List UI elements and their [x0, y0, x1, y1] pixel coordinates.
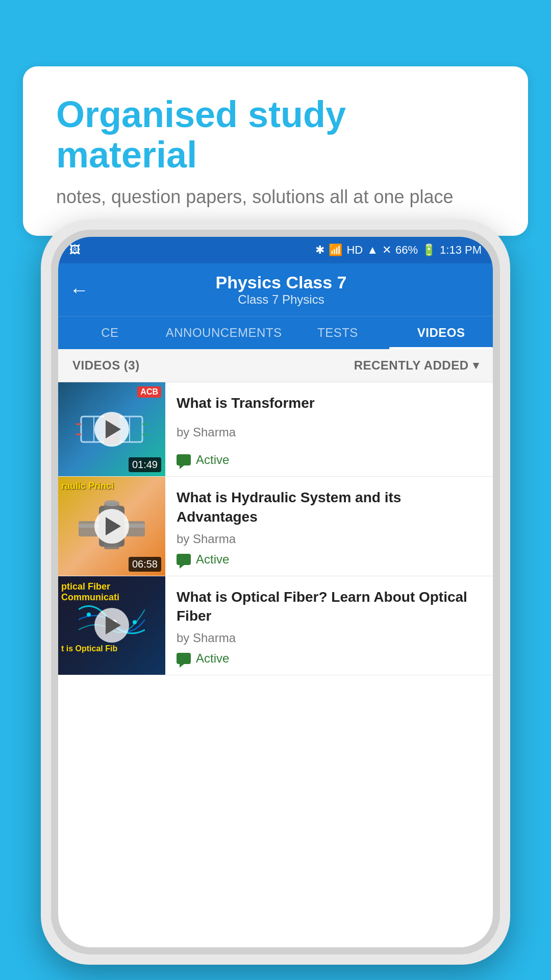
video-item-fiber[interactable]: ptical Fiber Communicati	[58, 576, 493, 676]
play-icon	[106, 517, 121, 535]
tab-ce[interactable]: CE	[58, 316, 162, 349]
video-status: Active	[177, 552, 482, 567]
bluetooth-icon: ✱	[315, 243, 324, 257]
video-list: ACB 01:49 What is Transformer by Sharma …	[58, 382, 493, 675]
network-icon: ✕	[382, 243, 391, 257]
video-title: What is Transformer	[177, 394, 482, 413]
bubble-title: Organised study material	[56, 94, 495, 175]
video-thumbnail-transformer: ACB 01:49	[58, 382, 165, 476]
speech-bubble: Organised study material notes, question…	[23, 66, 528, 236]
back-button[interactable]: ←	[69, 280, 89, 300]
bubble-subtitle: notes, question papers, solutions all at…	[56, 186, 495, 208]
status-right: ✱ 📶 HD ▲ ✕ 66% 🔋 1:13 PM	[315, 243, 482, 257]
status-label: Active	[196, 651, 229, 666]
video-item-hydraulic[interactable]: raulic Princi	[58, 477, 493, 576]
svg-point-13	[104, 500, 119, 506]
video-info-hydraulic: What is Hydraulic System and its Advanta…	[165, 477, 493, 576]
video-info-fiber: What is Optical Fiber? Learn About Optic…	[165, 576, 493, 675]
battery-icon: 🔋	[422, 243, 436, 257]
photo-icon: 🖼	[69, 243, 81, 257]
video-author: by Sharma	[177, 425, 482, 439]
status-label: Active	[196, 552, 229, 567]
video-title: What is Hydraulic System and its Advanta…	[177, 488, 482, 527]
chevron-down-icon: ▾	[473, 359, 479, 372]
phone-inner: 🖼 ✱ 📶 HD ▲ ✕ 66% 🔋 1:13 PM ←	[51, 230, 500, 954]
time-label: 1:13 PM	[440, 243, 482, 257]
video-thumbnail-hydraulic: raulic Princi	[58, 477, 165, 576]
status-bar: 🖼 ✱ 📶 HD ▲ ✕ 66% 🔋 1:13 PM	[58, 237, 493, 263]
tab-announcements[interactable]: ANNOUNCEMENTS	[162, 316, 286, 349]
video-author: by Sharma	[177, 532, 482, 546]
hd-badge: HD	[346, 243, 363, 257]
play-icon	[106, 616, 121, 634]
svg-point-16	[133, 620, 137, 624]
tabs-bar: CE ANNOUNCEMENTS TESTS VIDEOS	[58, 316, 493, 349]
sort-label: RECENTLY ADDED	[354, 358, 469, 373]
video-status: Active	[177, 453, 482, 467]
chat-icon	[177, 454, 191, 465]
play-button[interactable]	[94, 412, 129, 447]
videos-count: VIDEOS (3)	[72, 358, 140, 373]
thumb-overlay-text: raulic Princi	[61, 481, 114, 492]
videos-header: VIDEOS (3) RECENTLY ADDED ▾	[58, 349, 493, 382]
status-label: Active	[196, 453, 229, 467]
video-author: by Sharma	[177, 631, 482, 645]
acb-badge: ACB	[137, 386, 161, 398]
tab-videos[interactable]: VIDEOS	[389, 316, 493, 349]
video-duration: 01:49	[129, 457, 161, 472]
play-icon	[106, 420, 121, 438]
header-title-block: Physics Class 7 Class 7 Physics	[100, 273, 462, 307]
play-button[interactable]	[94, 509, 129, 544]
battery-label: 66%	[395, 243, 418, 257]
fiber-text-bottom: t is Optical Fib	[61, 644, 117, 653]
phone-mockup: 🖼 ✱ 📶 HD ▲ ✕ 66% 🔋 1:13 PM ←	[41, 219, 510, 965]
signal-icon: 📶	[329, 243, 342, 257]
chat-icon	[177, 653, 191, 664]
video-thumbnail-fiber: ptical Fiber Communicati	[58, 576, 165, 675]
sort-button[interactable]: RECENTLY ADDED ▾	[354, 358, 479, 373]
chat-icon	[177, 554, 191, 565]
tab-tests[interactable]: TESTS	[286, 316, 390, 349]
wifi-icon: ▲	[367, 243, 378, 257]
app-header: ← Physics Class 7 Class 7 Physics	[58, 263, 493, 316]
app-title: Physics Class 7	[100, 273, 462, 292]
svg-point-14	[87, 612, 91, 617]
video-item-transformer[interactable]: ACB 01:49 What is Transformer by Sharma …	[58, 382, 493, 477]
video-status: Active	[177, 651, 482, 666]
status-left: 🖼	[69, 243, 81, 257]
breadcrumb: Class 7 Physics	[100, 292, 462, 307]
video-title: What is Optical Fiber? Learn About Optic…	[177, 587, 482, 626]
play-button[interactable]	[94, 608, 129, 643]
phone-screen: 🖼 ✱ 📶 HD ▲ ✕ 66% 🔋 1:13 PM ←	[58, 237, 493, 947]
phone-outer: 🖼 ✱ 📶 HD ▲ ✕ 66% 🔋 1:13 PM ←	[41, 219, 510, 965]
video-info-transformer: What is Transformer by Sharma Active	[165, 382, 493, 476]
video-duration: 06:58	[129, 557, 161, 572]
